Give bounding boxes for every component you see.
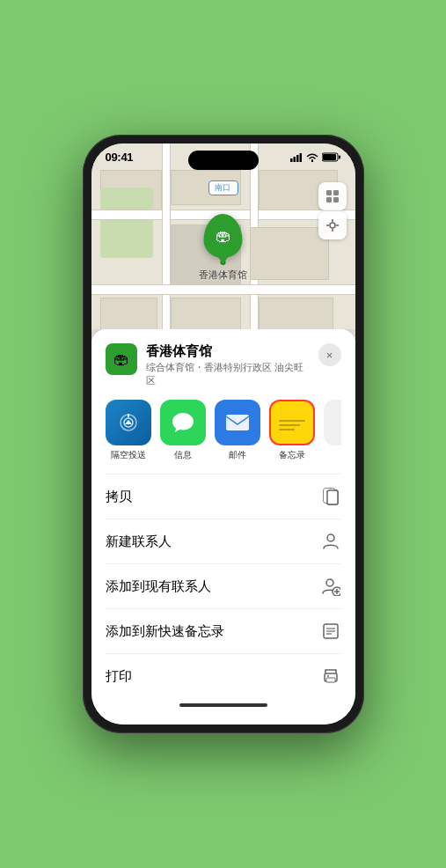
copy-icon: [320, 486, 341, 507]
svg-point-24: [327, 534, 334, 541]
share-apps-row: 隔空投送 信息: [106, 400, 341, 461]
phone-frame: 09:41: [83, 135, 364, 733]
action-add-contact[interactable]: 添加到现有联系人: [106, 564, 341, 609]
svg-rect-34: [326, 678, 335, 682]
close-button[interactable]: ×: [318, 343, 341, 366]
action-add-note[interactable]: 添加到新快速备忘录: [106, 609, 341, 654]
svg-rect-10: [333, 197, 339, 202]
svg-rect-19: [226, 415, 249, 430]
map-controls: [318, 182, 347, 239]
map-block: [100, 298, 157, 329]
signal-icon: [290, 153, 303, 162]
map-road: [91, 284, 355, 295]
svg-rect-5: [323, 154, 336, 160]
location-button[interactable]: [318, 211, 347, 239]
status-icons: [290, 152, 341, 162]
print-icon: [320, 666, 341, 687]
svg-point-11: [330, 223, 335, 228]
action-new-contact-label: 新建联系人: [106, 533, 172, 550]
wifi-icon: [306, 153, 318, 162]
action-copy-label: 拷贝: [106, 489, 132, 505]
map-background: 南口 🏟 香港体育馆: [91, 143, 355, 329]
home-bar: [179, 703, 267, 707]
app-item-airdrop[interactable]: 隔空投送: [106, 400, 151, 461]
bottom-sheet: 🏟 香港体育馆 综合体育馆・香港特别行政区 油尖旺区 ×: [91, 329, 355, 725]
map-type-button[interactable]: [318, 182, 347, 210]
map-marker[interactable]: 🏟 香港体育馆: [199, 214, 247, 282]
svg-rect-9: [326, 197, 332, 202]
add-contact-icon: [320, 576, 341, 597]
map-block: [250, 227, 329, 280]
app-item-notes[interactable]: 备忘录: [269, 400, 315, 461]
app-item-mail[interactable]: 邮件: [215, 400, 260, 461]
venue-info: 香港体育馆 综合体育馆・香港特别行政区 油尖旺区: [146, 343, 310, 387]
battery-icon: [322, 152, 341, 162]
action-add-note-label: 添加到新快速备忘录: [106, 623, 224, 640]
svg-rect-6: [339, 156, 340, 159]
map-block: [259, 298, 333, 329]
status-time: 09:41: [106, 151, 134, 164]
svg-point-35: [327, 675, 329, 677]
action-print[interactable]: 打印: [106, 654, 341, 698]
map-block: [171, 298, 241, 329]
svg-rect-0: [290, 158, 293, 162]
map-area[interactable]: 南口 🏟 香港体育馆: [91, 143, 355, 329]
airdrop-label: 隔空投送: [111, 449, 146, 461]
app-item-more[interactable]: 推: [324, 400, 341, 461]
map-green-area: [100, 188, 153, 258]
mail-icon: [215, 400, 260, 445]
dynamic-island: [188, 151, 259, 170]
action-copy[interactable]: 拷贝: [106, 474, 341, 519]
new-contact-icon: [320, 531, 341, 552]
map-road-v: [162, 143, 171, 329]
svg-rect-1: [293, 157, 296, 162]
sheet-header: 🏟 香港体育馆 综合体育馆・香港特别行政区 油尖旺区 ×: [106, 343, 341, 387]
svg-rect-7: [326, 190, 332, 195]
action-list: 拷贝 新建联系人: [106, 474, 341, 698]
home-indicator: [106, 698, 341, 710]
notes-icon: [269, 400, 315, 445]
app-item-messages[interactable]: 信息: [160, 400, 206, 461]
venue-description: 综合体育馆・香港特别行政区 油尖旺区: [146, 361, 310, 387]
marker-label: 香港体育馆: [199, 268, 247, 282]
svg-rect-23: [327, 490, 338, 504]
phone-screen: 09:41: [91, 143, 355, 725]
action-add-contact-label: 添加到现有联系人: [106, 578, 211, 595]
mail-label: 邮件: [229, 449, 246, 461]
svg-rect-8: [333, 190, 339, 195]
venue-name: 香港体育馆: [146, 343, 310, 359]
svg-rect-2: [296, 155, 299, 162]
messages-icon: [160, 400, 206, 445]
stadium-icon: 🏟: [216, 227, 231, 246]
svg-rect-3: [299, 153, 302, 162]
notes-label: 备忘录: [279, 449, 305, 461]
action-new-contact[interactable]: 新建联系人: [106, 519, 341, 564]
airdrop-icon: [106, 400, 151, 445]
venue-icon: 🏟: [106, 343, 137, 375]
map-label-south-exit: 南口: [208, 180, 238, 195]
marker-pin: 🏟: [204, 214, 243, 258]
action-print-label: 打印: [106, 668, 132, 685]
more-icon: [324, 400, 341, 445]
messages-label: 信息: [174, 449, 192, 461]
add-note-icon: [320, 621, 341, 642]
svg-point-25: [326, 579, 333, 586]
